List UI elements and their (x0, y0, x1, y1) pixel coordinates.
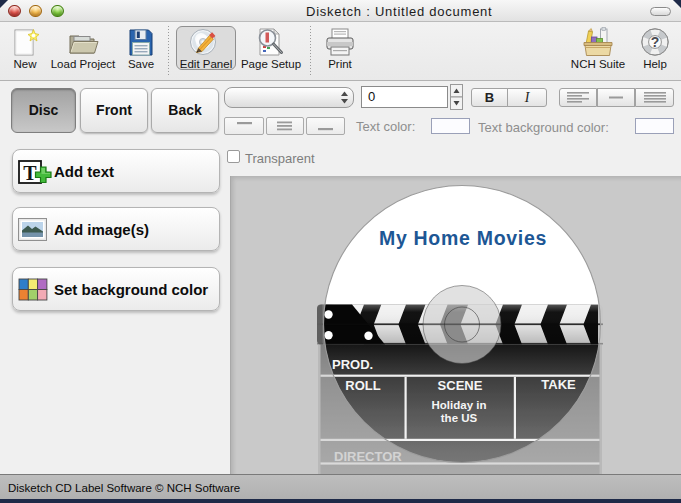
svg-text:?: ? (651, 34, 660, 50)
svg-text:My Home Movies: My Home Movies (379, 227, 547, 249)
